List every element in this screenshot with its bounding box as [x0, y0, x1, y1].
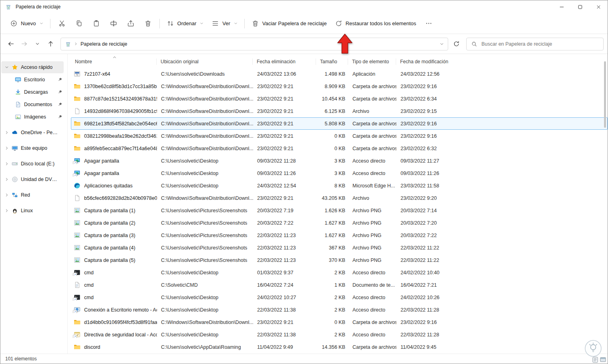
expand-chevron-icon[interactable]: [4, 162, 10, 166]
file-row[interactable]: 14932d868f4967038429005fb1c9b17... C:\Wi…: [71, 105, 608, 117]
column-header-type[interactable]: Tipo de elemento: [348, 58, 396, 65]
window-overlay-icon[interactable]: [600, 356, 606, 363]
vertical-scrollbar[interactable]: [602, 56, 607, 352]
toolbar-separator: [244, 19, 245, 28]
close-button[interactable]: [589, 0, 608, 13]
file-row[interactable]: b56cfec6692828d2b240b0978e09fa... C:\Win…: [71, 192, 608, 204]
file-row[interactable]: d1d4bb0c910695f4fcf53d8f91faafa7 C:\Wind…: [71, 316, 608, 328]
column-header-original-location[interactable]: Ubicación original: [157, 58, 253, 65]
sort-button[interactable]: Ordenar: [163, 16, 208, 31]
file-original-location: C:\Users\solvetic\Pictures\Screenshots: [157, 220, 253, 226]
address-dropdown-chevron-icon[interactable]: [440, 42, 444, 46]
file-modified-date: 24/03/2022 12:56: [397, 71, 451, 77]
file-row[interactable]: cmd C:\Users\solvetic\Desktop 01/03/2022…: [71, 266, 608, 279]
vertical-scrollbar-thumb[interactable]: [604, 61, 606, 128]
column-header-size[interactable]: Tamaño: [316, 58, 348, 65]
up-button[interactable]: [44, 38, 57, 50]
file-name: 038212998beafa19be262dcf3461d858: [84, 133, 157, 139]
sidebar-item-network[interactable]: Red: [1, 189, 64, 201]
file-row[interactable]: Captura de pantalla (1) C:\Users\solveti…: [71, 204, 608, 217]
file-type: Microsoft Edge H...: [348, 183, 397, 189]
restore-all-button[interactable]: Restaurar todos los elementos: [331, 16, 420, 31]
sidebar-item-onedrive[interactable]: OneDrive - Personal: [1, 127, 64, 139]
file-row[interactable]: Captura de pantalla (3) C:\Users\solveti…: [71, 229, 608, 241]
sidebar-item-downloads[interactable]: Descargas: [1, 86, 64, 98]
file-row[interactable]: Aplicaciones quitadas C:\Users\solvetic\…: [71, 179, 608, 192]
png-icon: [74, 219, 81, 226]
file-row[interactable]: Apagar pantalla C:\Users\solvetic\Deskto…: [71, 167, 608, 179]
file-row[interactable]: Apagar pantalla C:\Users\solvetic\Deskto…: [71, 155, 608, 167]
expand-chevron-icon[interactable]: [4, 209, 10, 213]
expand-chevron-icon[interactable]: [4, 65, 10, 69]
address-bar[interactable]: Papelera de reciclaje: [60, 38, 448, 50]
file-deleted-date: 23/02/2022 9:21: [253, 96, 316, 102]
minimize-button[interactable]: [552, 0, 571, 13]
toolbar-separator: [50, 19, 50, 28]
file-size: 43.205 KB: [316, 195, 348, 201]
file-original-location: C:\Windows\SoftwareDistribution\Downl...: [157, 146, 253, 151]
empty-recycle-bin-button[interactable]: Vaciar Papelera de reciclaje: [248, 16, 331, 31]
file-row[interactable]: 038212998beafa19be262dcf3461d858 C:\Wind…: [71, 130, 608, 142]
file-row[interactable]: a895feb5eccab879ec7f14a6e048eab4 C:\Wind…: [71, 142, 608, 155]
back-button[interactable]: [4, 38, 18, 50]
recent-locations-button[interactable]: [31, 38, 44, 50]
refresh-button[interactable]: [450, 38, 463, 50]
file-row[interactable]: cmd C:\Users\solvetic\Desktop 24/02/2022…: [71, 291, 608, 304]
file-row[interactable]: Captura de pantalla (4) C:\Users\solveti…: [71, 241, 608, 254]
file-deleted-date: 24/02/2022 10:27: [253, 295, 316, 300]
cut-button[interactable]: [53, 16, 70, 31]
file-row[interactable]: cmd C:\Solvetic\CMD 16/04/2022 7:24 1 KB…: [71, 279, 608, 291]
file-original-location: C:\Windows\SoftwareDistribution\Downl...: [157, 195, 253, 201]
maximize-button[interactable]: [571, 0, 589, 13]
expand-chevron-icon[interactable]: [4, 131, 10, 135]
breadcrumb-current-location[interactable]: Papelera de reciclaje: [81, 41, 127, 47]
sidebar-item-label: Escritorio: [24, 77, 45, 82]
sidebar-item-documents[interactable]: Documentos: [1, 99, 64, 111]
restore-icon: [335, 20, 342, 27]
view-button[interactable]: Ver: [207, 16, 242, 31]
delete-button[interactable]: [139, 16, 157, 31]
sidebar-item-this-pc[interactable]: Este equipo: [1, 142, 64, 154]
file-modified-date: 24/02/2022 10:26: [397, 295, 451, 300]
file-row[interactable]: 1370be62cd8f5b3d1c7cc31a85b1fd60 C:\Wind…: [71, 80, 608, 93]
file-row[interactable]: 69821e13ffd54f582fabc2e054ec644d C:\Wind…: [71, 117, 608, 130]
desktop-icon: [14, 76, 22, 83]
file-name: Captura de pantalla (2): [84, 220, 135, 226]
sidebar-item-local-disk-e[interactable]: Disco local (E:): [1, 158, 64, 170]
expand-chevron-icon[interactable]: [4, 146, 10, 150]
copy-button[interactable]: [70, 16, 88, 31]
column-header-modified-date[interactable]: Fecha de modificación: [396, 58, 451, 65]
lightbulb-help-widget[interactable]: [584, 340, 602, 357]
file-type: Carpeta de archivos: [348, 344, 397, 350]
cmd-icon: [74, 294, 81, 301]
share-button[interactable]: [122, 16, 139, 31]
file-row[interactable]: Captura de pantalla (2) C:\Users\solveti…: [71, 217, 608, 229]
column-header-name[interactable]: Nombre: [71, 58, 157, 65]
sidebar-item-quick-access[interactable]: Acceso rápido: [1, 61, 64, 73]
sidebar-item-linux[interactable]: Linux: [1, 205, 64, 217]
paste-button[interactable]: [88, 16, 105, 31]
chevron-down-icon: [234, 22, 238, 25]
file-row[interactable]: 7z2107-x64 C:\Users\solvetic\Downloads 2…: [71, 68, 608, 80]
rename-button[interactable]: [105, 16, 122, 31]
sidebar-item-dvd-drive-d[interactable]: Unidad de DVD (D:): [1, 173, 64, 185]
file-row[interactable]: Conexión a Escritorio remoto - Acc... C:…: [71, 304, 608, 316]
file-row[interactable]: discord C:\Users\solvetic\AppData\Roamin…: [71, 341, 608, 353]
expand-chevron-icon[interactable]: [4, 177, 10, 181]
forward-button[interactable]: [18, 38, 31, 50]
new-button[interactable]: Nuevo: [6, 16, 47, 31]
search-input[interactable]: [481, 41, 598, 47]
file-row[interactable]: 8877c87de15215432493678a315739e1 C:\Wind…: [71, 93, 608, 105]
column-header-deleted-date[interactable]: Fecha eliminación: [253, 58, 316, 65]
file-row[interactable]: Directiva de seguridad local - Acce... C…: [71, 328, 608, 341]
file-deleted-date: 20/03/2022 7:22: [253, 220, 316, 226]
more-options-button[interactable]: [420, 16, 437, 31]
sidebar-item-desktop[interactable]: Escritorio: [1, 74, 64, 86]
expand-chevron-icon[interactable]: [4, 193, 10, 197]
folder-icon: [74, 344, 81, 350]
file-row[interactable]: Captura de pantalla (5) C:\Users\solveti…: [71, 254, 608, 266]
notes-overlay-icon[interactable]: [592, 356, 599, 363]
file-size: 10.454 KB: [316, 96, 348, 102]
file-name: 8877c87de15215432493678a315739e1: [84, 96, 157, 102]
sidebar-item-pictures[interactable]: Imágenes: [1, 111, 64, 123]
